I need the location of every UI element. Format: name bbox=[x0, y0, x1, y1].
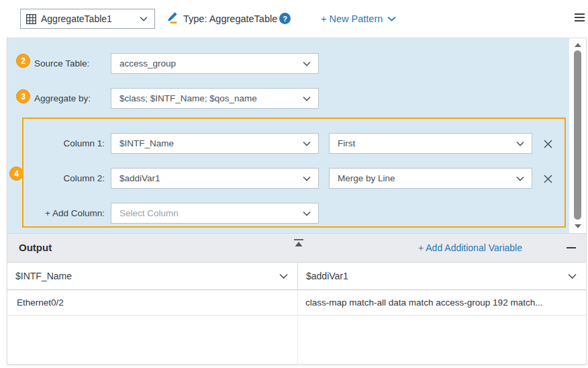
remove-column-1-button[interactable] bbox=[539, 136, 556, 152]
output-column-1-name: $INTF_Name bbox=[15, 271, 72, 281]
chevron-down-icon bbox=[303, 141, 311, 146]
output-section-header: Output + Add Additional Variable bbox=[7, 233, 586, 263]
close-icon bbox=[543, 139, 553, 149]
source-table-select[interactable]: access_group bbox=[111, 53, 319, 74]
toolbar: AggregateTable1 Type: AggregateTable ? +… bbox=[0, 0, 588, 37]
aggregate-by-label: Aggregate by: bbox=[34, 88, 91, 109]
aggregate-by-value: $class; $INTF_Name; $qos_name bbox=[119, 93, 297, 103]
step-badge-3: 3 bbox=[16, 89, 30, 103]
chevron-down-icon bbox=[303, 96, 311, 101]
collapse-up-icon[interactable] bbox=[293, 238, 305, 248]
column-1-row: Column 1: $INTF_Name First bbox=[23, 133, 565, 154]
menu-icon[interactable] bbox=[575, 13, 585, 24]
column-divider bbox=[297, 290, 298, 364]
pattern-panel: 2 Source Table: access_group 3 Aggregate… bbox=[7, 38, 587, 365]
output-grid-header: $INTF_Name $addiVar1 bbox=[7, 263, 586, 290]
column-definition-group: Column 1: $INTF_Name First Column 2: $ad… bbox=[22, 118, 566, 228]
add-column-select[interactable]: Select Column bbox=[111, 203, 319, 224]
chevron-down-icon bbox=[516, 176, 524, 181]
output-column-2-select[interactable]: $addiVar1 bbox=[297, 263, 586, 289]
step-badge-2: 2 bbox=[16, 54, 30, 68]
minus-icon[interactable] bbox=[565, 242, 577, 254]
chevron-down-icon bbox=[303, 211, 311, 216]
column-1-method-select[interactable]: First bbox=[329, 133, 532, 154]
source-table-value: access_group bbox=[119, 58, 297, 68]
table-row: Ethernet0/2 class-map match-all data mat… bbox=[7, 290, 586, 316]
output-cell-addivar1: class-map match-all data match access-gr… bbox=[305, 290, 579, 315]
column-1-label: Column 1: bbox=[23, 133, 105, 154]
new-pattern-button[interactable]: + New Pattern bbox=[321, 9, 396, 29]
chevron-down-icon bbox=[303, 176, 311, 181]
scroll-up-icon[interactable] bbox=[575, 43, 581, 47]
chevron-down-icon bbox=[516, 141, 524, 146]
add-column-placeholder: Select Column bbox=[119, 208, 297, 218]
remove-column-2-button[interactable] bbox=[539, 171, 556, 187]
output-title: Output bbox=[19, 234, 52, 262]
output-column-1-select[interactable]: $INTF_Name bbox=[7, 263, 297, 289]
chevron-down-icon bbox=[303, 61, 311, 66]
aggregate-config-area: 2 Source Table: access_group 3 Aggregate… bbox=[7, 38, 569, 233]
column-1-method-value: First bbox=[338, 138, 511, 148]
vertical-scrollbar[interactable] bbox=[572, 40, 584, 232]
add-column-row: + Add Column: Select Column bbox=[23, 203, 565, 224]
chevron-down-icon bbox=[279, 273, 288, 279]
app: { "colors": { "accent-orange": "#F2A50C"… bbox=[0, 0, 588, 368]
add-column-label[interactable]: + Add Column: bbox=[23, 203, 105, 224]
column-2-row: Column 2: $addiVar1 Merge by Line bbox=[23, 168, 565, 189]
column-2-method-select[interactable]: Merge by Line bbox=[329, 168, 532, 189]
chevron-down-icon bbox=[387, 16, 396, 21]
output-column-2-name: $addiVar1 bbox=[306, 271, 348, 281]
table-icon bbox=[26, 14, 36, 24]
scrollbar-thumb[interactable] bbox=[574, 50, 581, 220]
column-2-label: Column 2: bbox=[23, 168, 105, 189]
table-name-select[interactable]: AggregateTable1 bbox=[20, 9, 155, 29]
step-badge-4: 4 bbox=[9, 167, 23, 181]
add-additional-variable-link[interactable]: + Add Additional Variable bbox=[418, 234, 522, 262]
output-cell-intf-name: Ethernet0/2 bbox=[17, 290, 292, 315]
column-1-variable-value: $INTF_Name bbox=[119, 138, 297, 148]
column-2-variable-select[interactable]: $addiVar1 bbox=[111, 168, 319, 189]
close-icon bbox=[543, 174, 553, 184]
help-icon[interactable]: ? bbox=[279, 13, 291, 24]
chevron-down-icon bbox=[140, 16, 148, 21]
scroll-down-icon[interactable] bbox=[575, 224, 581, 228]
aggregate-by-select[interactable]: $class; $INTF_Name; $qos_name bbox=[111, 88, 319, 109]
table-name-value: AggregateTable1 bbox=[41, 13, 135, 24]
column-2-method-value: Merge by Line bbox=[338, 173, 511, 183]
column-2-variable-value: $addiVar1 bbox=[119, 173, 297, 183]
edit-pencil-icon[interactable] bbox=[165, 11, 179, 24]
column-1-variable-select[interactable]: $INTF_Name bbox=[111, 133, 319, 154]
new-pattern-label: + New Pattern bbox=[321, 9, 383, 29]
source-table-label: Source Table: bbox=[34, 53, 89, 74]
chevron-down-icon bbox=[568, 273, 577, 279]
pattern-type-label: Type: AggregateTable bbox=[183, 9, 277, 29]
